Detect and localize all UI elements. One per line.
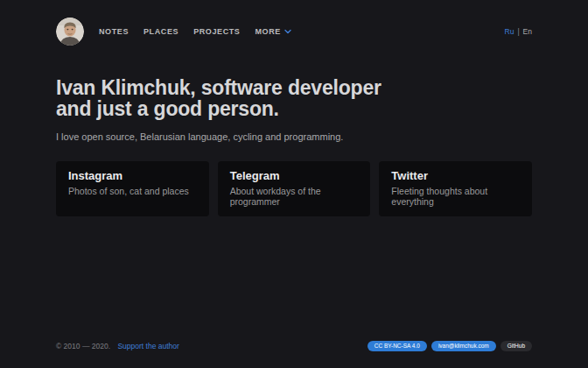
nav-item-label: Places (144, 27, 178, 36)
card-description: About workdays of the programmer (230, 186, 359, 207)
card-title: Twitter (391, 169, 520, 182)
card-instagram[interactable]: Instagram Photos of son, cat and places (56, 161, 209, 216)
card-title: Telegram (230, 169, 359, 182)
nav-item-label: Notes (99, 27, 129, 36)
social-cards: Instagram Photos of son, cat and places … (56, 161, 532, 216)
page-title-line2: and just a good person. (56, 97, 279, 120)
header: Notes Places Projects More Ru | En (56, 18, 532, 46)
page-title: Ivan Klimchuk, software developer and ju… (56, 78, 532, 119)
nav-item-places[interactable]: Places (144, 27, 178, 36)
card-telegram[interactable]: Telegram About workdays of the programme… (218, 161, 371, 216)
lang-link-ru[interactable]: Ru (505, 27, 514, 36)
nav-item-more[interactable]: More (255, 27, 290, 36)
page-title-line1: Ivan Klimchuk, software developer (56, 76, 382, 99)
card-twitter[interactable]: Twitter Fleeting thoughts about everythi… (379, 161, 532, 216)
card-description: Fleeting thoughts about everything (391, 186, 520, 207)
main-nav: Notes Places Projects More (99, 27, 306, 36)
language-switcher: Ru | En (505, 27, 533, 36)
lang-current-en: En (523, 27, 532, 36)
copyright-text: © 2010 — 2020. (56, 342, 110, 350)
card-description: Photos of son, cat and places (68, 186, 197, 196)
badge-github[interactable]: GitHub (500, 341, 532, 352)
chevron-down-icon (284, 29, 291, 34)
nav-item-label: More (255, 27, 280, 36)
footer-badges: CC BY-NC-SA 4.0 ivan@klimchuk.com GitHub (368, 341, 532, 352)
hero-section: Ivan Klimchuk, software developer and ju… (56, 78, 532, 142)
page-subtitle: I love open source, Belarusian language,… (56, 131, 532, 142)
card-title: Instagram (68, 169, 197, 182)
badge-email[interactable]: ivan@klimchuk.com (431, 341, 496, 352)
footer-left: © 2010 — 2020. Support the author (56, 342, 179, 350)
avatar-photo (56, 18, 84, 46)
page: Notes Places Projects More Ru | En (0, 0, 588, 368)
nav-item-projects[interactable]: Projects (193, 27, 240, 36)
lang-separator: | (517, 27, 519, 36)
badge-license[interactable]: CC BY-NC-SA 4.0 (368, 341, 427, 352)
avatar[interactable] (56, 18, 84, 46)
footer: © 2010 — 2020. Support the author CC BY-… (56, 341, 532, 368)
nav-item-label: Projects (193, 27, 240, 36)
nav-item-notes[interactable]: Notes (99, 27, 129, 36)
support-author-link[interactable]: Support the author (117, 342, 178, 350)
